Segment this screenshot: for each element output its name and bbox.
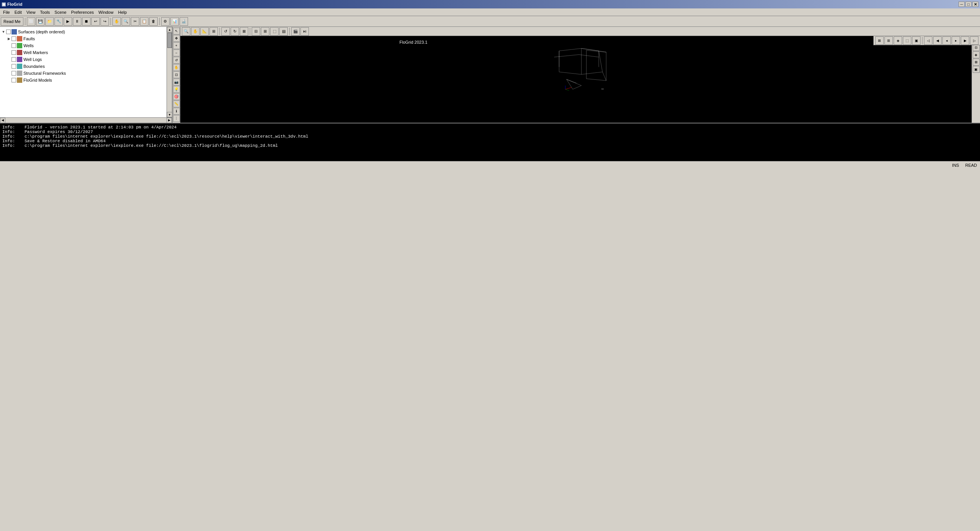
vptr-btn-7[interactable]: ◀: [933, 36, 942, 45]
toolbar-btn-1[interactable]: ⬜: [27, 17, 35, 26]
scroll-up-arrow[interactable]: ▲: [167, 27, 172, 32]
menu-view[interactable]: View: [24, 10, 38, 15]
toolbar-btn-8[interactable]: ↩: [91, 17, 100, 26]
vp-btn-11[interactable]: ▤: [279, 27, 288, 36]
toolbar-btn-11[interactable]: 🔍: [122, 17, 130, 26]
side-btn-rotate[interactable]: ↺: [173, 57, 180, 64]
expand-icon-faults[interactable]: ▶: [7, 37, 11, 41]
menu-help[interactable]: Help: [116, 10, 129, 15]
toolbar-btn-6[interactable]: ⏸: [73, 17, 81, 26]
toolbar-btn-4[interactable]: 🔧: [54, 17, 63, 26]
vptr-btn-11[interactable]: ▷: [970, 36, 978, 45]
side-btn-pick[interactable]: 🎯: [173, 93, 180, 100]
vp-btn-5[interactable]: ↺: [221, 27, 230, 36]
scroll-thumb[interactable]: [167, 33, 172, 48]
side-btn-zoom-out[interactable]: −: [173, 49, 180, 56]
checkbox-well-logs[interactable]: [12, 57, 16, 62]
checkbox-faults[interactable]: [12, 36, 16, 41]
menu-window[interactable]: Window: [96, 10, 116, 15]
maximize-button[interactable]: □: [965, 2, 972, 7]
tree-item-boundaries[interactable]: ▶ Boundaries: [1, 63, 166, 70]
toolbar-btn-16[interactable]: 📊: [170, 17, 179, 26]
vptr-btn-9[interactable]: ▸: [952, 36, 960, 45]
toolbar-btn-14[interactable]: 🗑: [149, 17, 158, 26]
vp-btn-2[interactable]: ✋: [191, 27, 200, 36]
checkbox-flogrid-models[interactable]: [12, 78, 16, 82]
vp-btn-12[interactable]: 🎬: [291, 27, 300, 36]
expand-icon[interactable]: ▼: [2, 30, 5, 34]
vptr-btn-3[interactable]: ◈: [894, 36, 902, 45]
status-read: READ: [965, 163, 977, 168]
tree-hscrollbar[interactable]: ◀ ▶: [0, 117, 172, 123]
vp-btn-1[interactable]: 🔍: [182, 27, 190, 36]
info-line-1: Info: FloGrid - version 2023.1 started a…: [2, 125, 978, 130]
toolbar-btn-5[interactable]: ▶: [64, 17, 72, 26]
tree-item-faults[interactable]: ▶ Faults: [1, 35, 166, 42]
vptr-btn-4[interactable]: ⬚: [903, 36, 911, 45]
vp-btn-3[interactable]: 📐: [200, 27, 209, 36]
vp-btn-4[interactable]: ⊞: [210, 27, 218, 36]
read-me-button[interactable]: Read Me: [1, 17, 23, 26]
tree-item-well-logs[interactable]: ▶ Well Logs: [1, 56, 166, 63]
menu-edit[interactable]: Edit: [12, 10, 24, 15]
vptr-btn-10[interactable]: ▶: [961, 36, 969, 45]
side-btn-move[interactable]: ✥: [173, 35, 180, 42]
checkbox-structural[interactable]: [12, 71, 16, 76]
side-btn-zoom-in[interactable]: +: [173, 42, 180, 49]
side-btn-fit[interactable]: ⊡: [173, 71, 180, 78]
toolbar-btn-2[interactable]: 💾: [36, 17, 45, 26]
side-btn-extra[interactable]: ⋮: [173, 115, 180, 122]
vp-right-btn-3[interactable]: ◈: [973, 51, 980, 58]
surface-icon: [12, 29, 17, 35]
vp-btn-10[interactable]: ⬚: [270, 27, 279, 36]
tree-item-surfaces[interactable]: ▼ Surfaces (depth ordered): [1, 28, 166, 35]
toolbar-btn-15[interactable]: ⚙: [161, 17, 170, 26]
tree-item-structural-frameworks[interactable]: ▶ Structural Frameworks: [1, 70, 166, 77]
hscroll-left[interactable]: ◀: [0, 118, 5, 123]
checkbox-wells[interactable]: [12, 43, 16, 48]
toolbar-btn-17[interactable]: 🔬: [180, 17, 188, 26]
scroll-down-arrow[interactable]: ▼: [167, 112, 172, 117]
tree-vscrollbar[interactable]: ▲ ▼: [167, 27, 172, 117]
toolbar-btn-12[interactable]: ✂: [131, 17, 139, 26]
tree-item-flogrid-models[interactable]: ▶ FloGrid Models: [1, 77, 166, 84]
tree-item-well-markers[interactable]: ▶ Well Markers: [1, 49, 166, 56]
hscroll-right[interactable]: ▶: [167, 118, 172, 123]
vp-right-btn-5[interactable]: ▣: [973, 66, 980, 73]
vp-right-btn-4[interactable]: ⊠: [973, 59, 980, 66]
menu-preferences[interactable]: Preferences: [69, 10, 96, 15]
vptr-btn-2[interactable]: ⊞: [884, 36, 893, 45]
vp-btn-9[interactable]: ⊞: [261, 27, 269, 36]
3d-viewport[interactable]: FloGrid 2023.1: [180, 36, 980, 123]
side-btn-pan[interactable]: ✋: [173, 64, 180, 71]
vptr-btn-1[interactable]: ⊠: [875, 36, 884, 45]
checkbox-surfaces[interactable]: [6, 30, 11, 34]
menu-tools[interactable]: Tools: [38, 10, 52, 15]
toolbar-btn-3[interactable]: 📁: [45, 17, 54, 26]
info-label-1: Info:: [2, 125, 21, 130]
toolbar-btn-9[interactable]: ↪: [101, 17, 109, 26]
minimize-button[interactable]: ─: [959, 2, 965, 7]
side-btn-light[interactable]: 💡: [173, 86, 180, 93]
vptr-btn-5[interactable]: ▣: [912, 36, 921, 45]
vp-btn-13[interactable]: ⏯: [300, 27, 309, 36]
side-btn-select[interactable]: ↖: [173, 28, 180, 35]
checkbox-boundaries[interactable]: [12, 64, 16, 69]
tree-item-wells[interactable]: ▶ Wells: [1, 42, 166, 49]
vp-btn-7[interactable]: ⊠: [240, 27, 248, 36]
toolbar-btn-7[interactable]: ⏹: [82, 17, 91, 26]
toolbar-btn-10[interactable]: ✋: [112, 17, 121, 26]
side-btn-measure[interactable]: 📏: [173, 100, 180, 107]
vp-btn-6[interactable]: ↻: [231, 27, 239, 36]
vptr-btn-6[interactable]: ◁: [924, 36, 932, 45]
toolbar-btn-13[interactable]: 📋: [140, 17, 148, 26]
menu-scene[interactable]: Scene: [52, 10, 69, 15]
checkbox-well-markers[interactable]: [12, 50, 16, 55]
menu-file[interactable]: File: [1, 10, 12, 15]
close-button[interactable]: ✕: [972, 2, 978, 7]
vp-btn-8[interactable]: ⊟: [252, 27, 260, 36]
vp-sep-1: [219, 28, 220, 35]
side-btn-camera[interactable]: 📷: [173, 79, 180, 85]
vptr-btn-8[interactable]: ◂: [942, 36, 951, 45]
side-btn-info[interactable]: ℹ: [173, 108, 180, 115]
